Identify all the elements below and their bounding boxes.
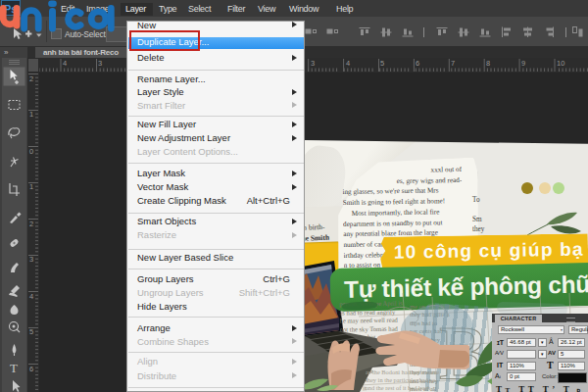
svg-text:T: T (10, 361, 18, 375)
